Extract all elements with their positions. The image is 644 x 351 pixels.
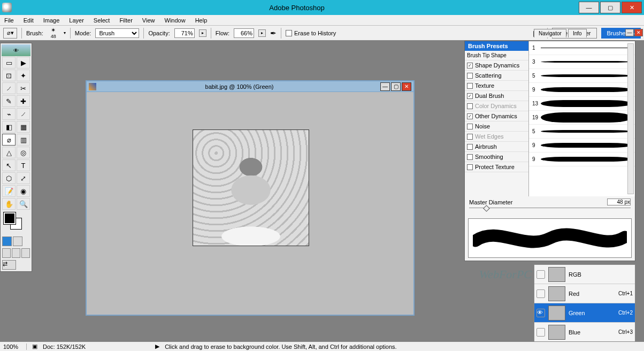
tool-6-1[interactable]: ▥ bbox=[17, 134, 30, 146]
tool-4-1[interactable]: ⟋ bbox=[17, 108, 30, 120]
brush-option-texture[interactable]: Texture bbox=[465, 81, 528, 91]
channel-blue[interactable]: BlueCtrl+3 bbox=[534, 323, 635, 342]
tool-0-1[interactable]: ▶ bbox=[17, 57, 30, 68]
flow-input[interactable] bbox=[234, 28, 254, 38]
brush-option-scattering[interactable]: Scattering bbox=[465, 71, 528, 81]
menu-layer[interactable]: Layer bbox=[69, 17, 84, 24]
brush-picker[interactable]: ✶ 48 bbox=[48, 28, 59, 38]
brush-stroke-4[interactable]: 13 bbox=[529, 97, 635, 111]
brush-stroke-2[interactable]: 5 bbox=[529, 69, 635, 83]
tool-6-0[interactable]: ⌀ bbox=[2, 134, 16, 146]
erase-to-history-checkbox[interactable]: Erase to History bbox=[286, 30, 336, 36]
menu-filter[interactable]: Filter bbox=[119, 17, 132, 24]
close-button[interactable]: ✕ bbox=[622, 2, 642, 13]
tool-7-0[interactable]: △ bbox=[2, 147, 16, 158]
tool-1-0[interactable]: ⊡ bbox=[2, 70, 16, 81]
navigator-tab[interactable]: Navigator bbox=[534, 29, 566, 37]
jump-to-button[interactable]: ⇄ bbox=[2, 260, 16, 270]
toolbox-header-icon[interactable]: 👁 bbox=[2, 44, 30, 56]
color-swatches[interactable] bbox=[3, 212, 29, 234]
brush-option-airbrush[interactable]: Airbrush bbox=[465, 142, 528, 152]
tool-11-0[interactable]: ✋ bbox=[2, 198, 16, 210]
maximize-button[interactable]: ▢ bbox=[600, 2, 620, 13]
doc-maximize-button[interactable]: ▢ bbox=[391, 82, 401, 91]
visibility-toggle[interactable]: 👁 bbox=[536, 309, 545, 317]
tool-11-1[interactable]: 🔍 bbox=[17, 198, 30, 210]
brush-option-smoothing[interactable]: Smoothing bbox=[465, 152, 528, 162]
zoom-field[interactable]: 100% bbox=[3, 344, 27, 350]
brush-stroke-5[interactable]: 19 bbox=[529, 111, 635, 125]
brush-option-protect-texture[interactable]: Protect Texture bbox=[465, 162, 528, 172]
quickmask-mode-button[interactable] bbox=[13, 236, 22, 246]
brush-stroke-list[interactable]: 13591319599 bbox=[529, 41, 635, 196]
master-diameter-slider[interactable] bbox=[469, 208, 631, 215]
channel-rgb[interactable]: RGB bbox=[534, 265, 635, 284]
scrollbar[interactable] bbox=[627, 43, 634, 194]
info-tab[interactable]: Info bbox=[568, 29, 587, 37]
panel-minimize-button[interactable]: — bbox=[625, 29, 634, 36]
minimize-button[interactable]: — bbox=[579, 2, 599, 13]
brush-option-shape-dynamics[interactable]: ✓Shape Dynamics bbox=[465, 60, 528, 71]
brush-stroke-3[interactable]: 9 bbox=[529, 83, 635, 97]
foreground-color-swatch[interactable] bbox=[4, 212, 16, 224]
tool-9-1[interactable]: ⤢ bbox=[17, 172, 30, 184]
document-canvas[interactable] bbox=[193, 129, 309, 246]
brush-stroke-8[interactable]: 9 bbox=[529, 152, 635, 166]
tool-3-1[interactable]: ✚ bbox=[17, 95, 30, 107]
screen-mode-3[interactable] bbox=[21, 248, 30, 258]
tool-8-1[interactable]: T bbox=[17, 159, 30, 171]
flow-label: Flow: bbox=[216, 30, 229, 36]
doc-close-button[interactable]: ✕ bbox=[402, 82, 411, 91]
brush-stroke-7[interactable]: 9 bbox=[529, 139, 635, 152]
tool-3-0[interactable]: ✎ bbox=[2, 95, 16, 107]
brush-stroke-6[interactable]: 5 bbox=[529, 125, 635, 139]
visibility-toggle[interactable] bbox=[536, 289, 545, 298]
tool-8-0[interactable]: ↖ bbox=[2, 159, 16, 171]
tool-0-0[interactable]: ▭ bbox=[2, 57, 16, 68]
menu-help[interactable]: Help bbox=[195, 17, 208, 24]
tool-4-0[interactable]: ⌁ bbox=[2, 108, 16, 120]
channel-thumbnail bbox=[548, 325, 565, 340]
doc-size-icon[interactable]: ▣ bbox=[32, 343, 37, 350]
tool-2-1[interactable]: ✂ bbox=[17, 82, 30, 94]
menu-edit[interactable]: Edit bbox=[24, 17, 34, 24]
brush-stroke-0[interactable]: 1 bbox=[529, 41, 635, 55]
tool-5-0[interactable]: ◧ bbox=[2, 121, 16, 133]
channel-red[interactable]: RedCtrl+1 bbox=[534, 284, 635, 303]
tool-7-1[interactable]: ◎ bbox=[17, 147, 30, 158]
menu-image[interactable]: Image bbox=[43, 17, 60, 24]
doc-minimize-button[interactable]: — bbox=[380, 82, 390, 91]
tool-preset-picker[interactable]: ⌀▾ bbox=[3, 28, 17, 39]
chevron-down-icon[interactable]: ▾ bbox=[64, 30, 66, 35]
channel-green[interactable]: 👁GreenCtrl+2 bbox=[534, 303, 635, 323]
tool-5-1[interactable]: ▦ bbox=[17, 121, 30, 133]
tool-2-0[interactable]: ⟋ bbox=[2, 82, 16, 94]
visibility-toggle[interactable] bbox=[536, 270, 545, 279]
screen-mode-2[interactable] bbox=[12, 248, 20, 258]
brush-option-other-dynamics[interactable]: ✓Other Dynamics bbox=[465, 111, 528, 121]
brush-option-dual-brush[interactable]: ✓Dual Brush bbox=[465, 91, 528, 101]
tool-9-0[interactable]: ⬡ bbox=[2, 172, 16, 184]
menu-view[interactable]: View bbox=[142, 17, 155, 24]
visibility-toggle[interactable] bbox=[536, 328, 545, 337]
opacity-input[interactable] bbox=[174, 28, 195, 38]
brush-tip-shape-row[interactable]: Brush Tip Shape bbox=[465, 51, 528, 60]
master-diameter-input[interactable] bbox=[607, 199, 631, 205]
tool-10-0[interactable]: 📝 bbox=[2, 185, 16, 197]
brush-stroke-1[interactable]: 3 bbox=[529, 55, 635, 69]
menu-file[interactable]: File bbox=[4, 17, 14, 24]
opacity-flyout[interactable]: ▸ bbox=[199, 29, 206, 37]
standard-mode-button[interactable] bbox=[2, 236, 12, 246]
brush-presets-header[interactable]: Brush Presets bbox=[465, 41, 528, 51]
brush-option-noise[interactable]: Noise bbox=[465, 121, 528, 132]
airbrush-icon[interactable]: ✒ bbox=[270, 29, 277, 37]
screen-mode-1[interactable] bbox=[2, 248, 11, 258]
mode-select[interactable]: Brush bbox=[95, 28, 139, 38]
tool-1-1[interactable]: ✦ bbox=[17, 70, 30, 81]
document-titlebar[interactable]: babit.jpg @ 100% (Green) — ▢ ✕ bbox=[87, 81, 413, 92]
tool-10-1[interactable]: ◉ bbox=[17, 185, 30, 197]
menu-window[interactable]: Window bbox=[165, 17, 186, 24]
panel-close-button[interactable]: ✕ bbox=[634, 29, 643, 36]
flow-flyout[interactable]: ▸ bbox=[258, 29, 266, 37]
menu-select[interactable]: Select bbox=[94, 17, 110, 24]
